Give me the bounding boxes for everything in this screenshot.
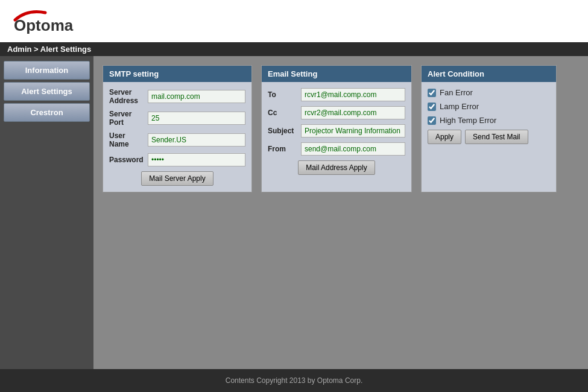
password-input[interactable] [148,153,245,166]
password-label: Password [109,156,148,164]
alert-buttons: Apply Send Test Mail [428,130,550,144]
high-temp-error-label: High Temp Error [440,116,496,125]
from-label: From [268,145,301,153]
logo-svg: Optoma [9,8,81,35]
content-area: SMTP setting ServerAddress ServerPort Us… [93,56,588,369]
user-name-input[interactable] [148,133,245,147]
subject-input[interactable] [301,124,405,138]
footer: Contents Copyright 2013 by Optoma Corp. [0,369,588,392]
mail-server-apply-container: Mail Server Apply [109,171,245,186]
to-label: To [268,90,301,99]
email-panel-body: To Cc Subject From [262,82,411,181]
from-input[interactable] [301,142,405,156]
breadcrumb-text: Admin > Alert Settings [7,45,91,54]
email-panel-header: Email Setting [262,66,411,82]
smtp-panel-header: SMTP setting [103,66,251,82]
cc-input[interactable] [301,106,405,119]
cc-row: Cc [268,106,405,119]
panels-row: SMTP setting ServerAddress ServerPort Us… [103,65,579,192]
sidebar-item-alert-settings[interactable]: Alert Settings [4,82,90,101]
high-temp-error-row: High Temp Error [428,116,550,125]
user-name-label: UserName [109,131,148,148]
mail-server-apply-button[interactable]: Mail Server Apply [141,171,213,186]
footer-text: Contents Copyright 2013 by Optoma Corp. [226,376,362,385]
alert-apply-button[interactable]: Apply [428,130,461,144]
sidebar: Information Alert Settings Crestron [0,56,93,369]
header: Optoma [0,0,588,42]
server-port-label: ServerPort [109,110,148,127]
user-name-row: UserName [109,131,245,148]
sidebar-item-information[interactable]: Information [4,61,90,80]
high-temp-error-checkbox[interactable] [428,116,436,125]
alert-panel-header: Alert Condition [422,66,556,82]
lamp-error-checkbox[interactable] [428,103,436,111]
to-row: To [268,88,405,101]
server-port-row: ServerPort [109,110,245,127]
server-port-input[interactable] [148,112,245,125]
email-panel: Email Setting To Cc Subject [261,65,412,192]
fan-error-row: Fan Error [428,88,550,97]
logo: Optoma [9,8,81,35]
smtp-panel-body: ServerAddress ServerPort UserName Passwo… [103,82,251,192]
svg-text:Optoma: Optoma [14,16,74,34]
breadcrumb: Admin > Alert Settings [0,42,588,56]
mail-address-apply-container: Mail Address Apply [268,160,405,175]
lamp-error-label: Lamp Error [440,102,479,111]
subject-label: Subject [268,127,301,135]
alert-panel-body: Fan Error Lamp Error High Temp Error App… [422,82,556,150]
mail-address-apply-button[interactable]: Mail Address Apply [298,160,375,175]
lamp-error-row: Lamp Error [428,102,550,111]
sidebar-item-crestron[interactable]: Crestron [4,103,90,122]
to-input[interactable] [301,88,405,101]
server-address-input[interactable] [148,90,245,103]
alert-condition-panel: Alert Condition Fan Error Lamp Error Hig… [421,65,557,192]
server-address-row: ServerAddress [109,88,245,105]
subject-row: Subject [268,124,405,138]
cc-label: Cc [268,109,301,117]
send-test-mail-button[interactable]: Send Test Mail [465,130,528,144]
from-row: From [268,142,405,156]
server-address-label: ServerAddress [109,88,148,105]
fan-error-label: Fan Error [440,88,473,97]
smtp-panel: SMTP setting ServerAddress ServerPort Us… [103,65,252,192]
fan-error-checkbox[interactable] [428,89,436,97]
password-row: Password [109,153,245,166]
main-layout: Information Alert Settings Crestron SMTP… [0,56,588,369]
